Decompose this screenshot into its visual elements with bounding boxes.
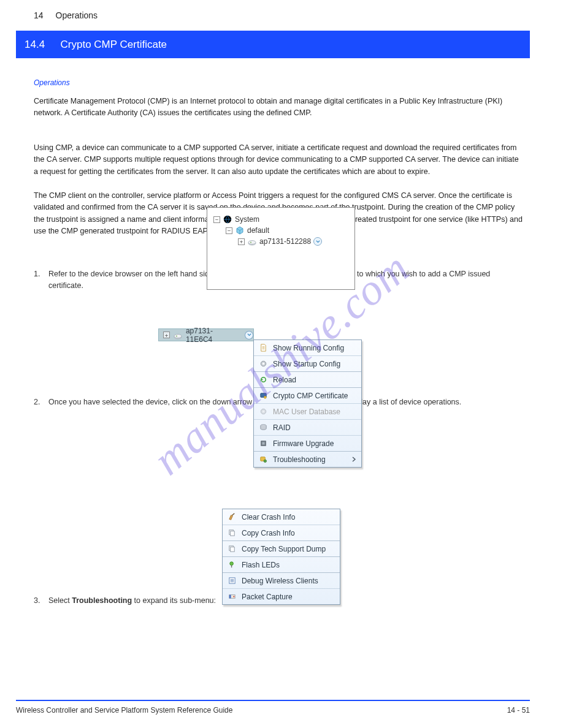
- led-icon: [228, 560, 237, 569]
- paragraph-1: Certificate Management Protocol (CMP) is…: [34, 96, 524, 119]
- section-bar: 14.4 Crypto CMP Certificate: [16, 31, 530, 58]
- menu-label: Show Startup Config: [273, 360, 340, 368]
- svg-rect-19: [231, 531, 235, 536]
- document-icon: [259, 343, 268, 352]
- list-icon: [228, 576, 237, 585]
- menu-item-copy-tech-support-dump[interactable]: Copy Tech Support Dump: [223, 540, 340, 556]
- svg-rect-15: [262, 442, 265, 445]
- collapse-icon[interactable]: −: [226, 227, 232, 234]
- menu-label: Clear Crash Info: [242, 513, 295, 521]
- tree-label-system: System: [235, 215, 259, 224]
- svg-point-5: [174, 334, 182, 338]
- menu-label: Show Running Config: [273, 344, 344, 352]
- chapter-header: 14 Operations: [0, 0, 563, 31]
- steps-list: Refer to the device browser on the left …: [34, 268, 524, 728]
- brush-icon: [228, 512, 237, 521]
- menu-label: Flash LEDs: [242, 561, 280, 569]
- step-3-text-b: Troubleshooting: [72, 596, 132, 605]
- menu-label: Troubleshooting: [273, 455, 326, 464]
- collapse-icon[interactable]: −: [213, 216, 220, 223]
- menu-item-firmware-upgrade[interactable]: Firmware Upgrade: [254, 435, 361, 451]
- section-number: 14.4: [25, 39, 45, 51]
- menu-label: Firmware Upgrade: [273, 439, 334, 448]
- disk-icon: [259, 423, 268, 432]
- tree-label-default: default: [247, 226, 269, 235]
- selected-device-label: ap7131-11E6C4: [186, 327, 239, 344]
- chapter-number: 14: [34, 10, 44, 20]
- svg-point-22: [230, 562, 234, 566]
- paragraph-2-text: Using CMP, a device can communicate to a…: [34, 143, 519, 176]
- tree-row-default[interactable]: − default: [207, 225, 354, 236]
- svg-point-2: [248, 241, 256, 245]
- svg-point-6: [176, 335, 177, 336]
- tree-row-device[interactable]: + ap7131-512288: [207, 236, 354, 247]
- expand-icon[interactable]: +: [163, 332, 170, 338]
- globe-icon: [223, 214, 232, 224]
- svg-rect-21: [231, 547, 235, 552]
- svg-point-26: [233, 596, 234, 597]
- separator-text: [50, 39, 55, 51]
- svg-point-17: [264, 460, 266, 462]
- chip-icon: [259, 439, 268, 448]
- svg-point-12: [262, 411, 264, 412]
- tree-label-device: ap7131-512288: [259, 237, 311, 246]
- svg-point-3: [250, 242, 251, 243]
- footer-left: Wireless Controller and Service Platform…: [16, 706, 232, 715]
- menu-label: Reload: [273, 376, 296, 384]
- troubleshoot-icon: [259, 455, 268, 464]
- menu-item-debug-wireless-clients[interactable]: Debug Wireless Clients: [223, 572, 340, 588]
- certificate-icon: [259, 391, 268, 400]
- packet-icon: [228, 592, 237, 601]
- menu-label: Debug Wireless Clients: [242, 577, 318, 585]
- svg-point-10: [264, 396, 266, 398]
- menu-item-raid[interactable]: RAID: [254, 419, 361, 435]
- page-footer: Wireless Controller and Service Platform…: [16, 700, 530, 715]
- tree-row-system[interactable]: − System: [207, 214, 354, 225]
- cube-icon: [235, 226, 245, 235]
- menu-label: Crypto CMP Certificate: [273, 392, 348, 400]
- device-tree-panel: − System − default + ap7131-512288: [207, 207, 355, 290]
- menu-label: Copy Tech Support Dump: [242, 545, 326, 553]
- menu-item-reload[interactable]: Reload: [254, 371, 361, 387]
- chapter-title: Operations: [56, 10, 98, 20]
- step-3-text-c: to expand its sub-menu:: [132, 596, 216, 605]
- dropdown-icon[interactable]: [313, 237, 322, 246]
- copy-icon: [228, 528, 237, 537]
- menu-label: Packet Capture: [242, 593, 293, 601]
- section-title: Crypto CMP Certificate: [61, 39, 167, 51]
- menu-item-mac-user-database: MAC User Database: [254, 403, 361, 419]
- database-icon: [259, 407, 268, 416]
- menu-item-clear-crash-info[interactable]: Clear Crash Info: [223, 509, 340, 525]
- copy-icon: [228, 544, 237, 553]
- menu-item-flash-leds[interactable]: Flash LEDs: [223, 556, 340, 572]
- chevron-right-icon: [352, 455, 356, 464]
- menu-item-copy-crash-info[interactable]: Copy Crash Info: [223, 525, 340, 540]
- device-icon: [247, 237, 257, 246]
- device-operations-menu: Show Running Config Show Startup Config …: [253, 339, 362, 468]
- menu-label: MAC User Database: [273, 408, 340, 416]
- reload-icon: [259, 375, 268, 384]
- selected-device-row[interactable]: + ap7131-11E6C4: [158, 328, 254, 341]
- svg-point-8: [262, 363, 264, 365]
- menu-item-troubleshooting[interactable]: Troubleshooting: [254, 451, 361, 467]
- menu-item-show-running-config[interactable]: Show Running Config: [254, 340, 361, 355]
- menu-item-show-startup-config[interactable]: Show Startup Config: [254, 355, 361, 371]
- footer-right: 14 - 51: [507, 706, 530, 715]
- menu-label: Copy Crash Info: [242, 529, 295, 537]
- section-parent-link[interactable]: Operations: [34, 78, 70, 87]
- svg-rect-25: [229, 595, 231, 599]
- menu-item-packet-capture[interactable]: Packet Capture: [223, 588, 340, 604]
- menu-label: RAID: [273, 423, 291, 432]
- expand-icon[interactable]: +: [238, 238, 245, 245]
- gear-icon: [259, 359, 268, 368]
- device-icon: [173, 330, 183, 340]
- paragraph-2: Using CMP, a device can communicate to a…: [34, 142, 524, 178]
- dropdown-icon[interactable]: [245, 331, 253, 339]
- step-3-text-a: Select: [48, 596, 72, 605]
- menu-item-crypto-cmp-certificate[interactable]: Crypto CMP Certificate: [254, 387, 361, 403]
- troubleshooting-submenu: Clear Crash Info Copy Crash Info Copy Te…: [222, 509, 340, 605]
